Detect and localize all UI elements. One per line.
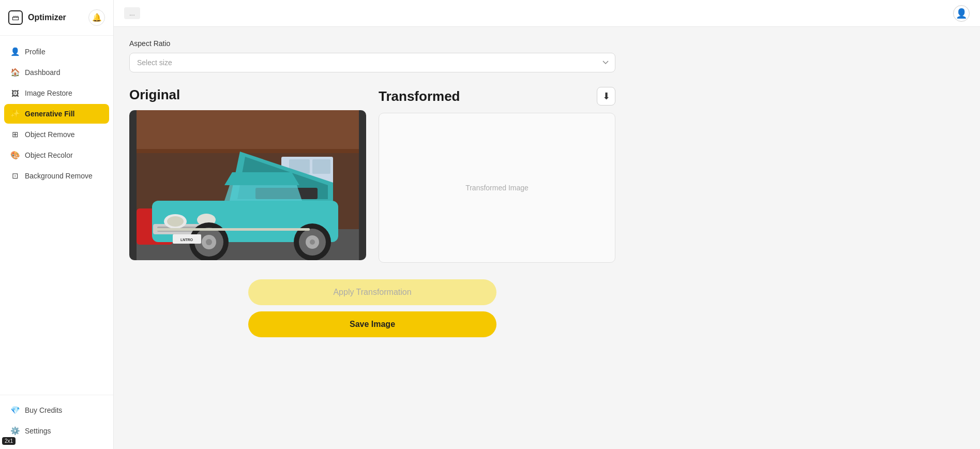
svg-rect-27	[155, 228, 310, 231]
original-title: Original	[129, 87, 180, 103]
original-panel: Original	[129, 87, 366, 263]
sidebar-item-dashboard[interactable]: 🏠 Dashboard	[4, 63, 109, 82]
profile-icon: 👤	[10, 47, 20, 56]
svg-point-17	[167, 216, 184, 227]
original-panel-header: Original	[129, 87, 366, 103]
sidebar: 🗃 Optimizer 🔔 👤 Profile 🏠 Dashboard 🖼 Im…	[0, 0, 114, 449]
object-recolor-icon: 🎨	[10, 151, 20, 160]
app-title: Optimizer	[28, 13, 66, 22]
sidebar-item-generative-fill[interactable]: ✨ Generative Fill	[4, 104, 109, 124]
user-profile-button[interactable]: 👤	[953, 5, 970, 22]
sidebar-item-label-background-remove: Background Remove	[25, 172, 93, 180]
svg-rect-2	[137, 149, 359, 153]
images-row: Original	[129, 87, 615, 263]
action-buttons: Apply Transformation Save Image	[129, 279, 615, 337]
version-badge: 2x1	[2, 437, 16, 445]
sidebar-item-label-buy-credits: Buy Credits	[25, 406, 62, 414]
breadcrumb: ...	[124, 7, 140, 19]
app-logo-icon: 🗃	[8, 10, 23, 25]
content-area: Aspect Ratio Select size 1:1 Square 16:9…	[114, 27, 980, 449]
dashboard-icon: 🏠	[10, 68, 20, 77]
generative-fill-icon: ✨	[10, 109, 20, 118]
svg-rect-1	[137, 110, 359, 152]
transformed-panel: Transformed ⬇ Transformed Image	[379, 87, 615, 263]
aspect-ratio-label: Aspect Ratio	[129, 39, 964, 48]
sidebar-header: 🗃 Optimizer 🔔	[0, 0, 113, 36]
svg-point-26	[310, 240, 315, 245]
original-car-image: LNTRO	[137, 110, 359, 260]
topbar-left: ...	[124, 7, 140, 19]
sidebar-item-profile[interactable]: 👤 Profile	[4, 42, 109, 62]
sidebar-item-buy-credits[interactable]: 💎 Buy Credits	[4, 400, 109, 420]
svg-point-22	[206, 239, 212, 245]
sidebar-item-label-image-restore: Image Restore	[25, 89, 72, 97]
buy-credits-icon: 💎	[10, 406, 20, 415]
transformed-image-container: Transformed Image	[379, 113, 615, 263]
sidebar-item-label-profile: Profile	[25, 48, 46, 56]
sidebar-item-label-object-recolor: Object Recolor	[25, 151, 73, 159]
sidebar-item-label-object-remove: Object Remove	[25, 130, 74, 139]
topbar: ... 👤	[114, 0, 980, 27]
svg-rect-5	[312, 159, 330, 174]
svg-marker-13	[224, 172, 299, 185]
sidebar-item-image-restore[interactable]: 🖼 Image Restore	[4, 83, 109, 103]
background-remove-icon: ⊡	[10, 171, 20, 181]
svg-marker-12	[224, 185, 302, 201]
original-image-container: LNTRO	[129, 110, 366, 260]
sidebar-item-label-generative-fill: Generative Fill	[25, 110, 74, 118]
sidebar-bottom: 💎 Buy Credits ⚙️ Settings	[0, 395, 113, 449]
sidebar-nav: 👤 Profile 🏠 Dashboard 🖼 Image Restore ✨ …	[0, 36, 113, 395]
save-image-button[interactable]: Save Image	[248, 311, 496, 337]
sidebar-item-settings[interactable]: ⚙️ Settings	[4, 421, 109, 441]
transformed-title: Transformed	[379, 88, 460, 104]
sidebar-item-object-remove[interactable]: ⊞ Object Remove	[4, 125, 109, 144]
image-restore-icon: 🖼	[10, 88, 20, 98]
notification-bell-button[interactable]: 🔔	[88, 9, 105, 26]
main-content: ... 👤 Aspect Ratio Select size 1:1 Squar…	[114, 0, 980, 449]
sidebar-item-background-remove[interactable]: ⊡ Background Remove	[4, 166, 109, 186]
transformed-placeholder-text: Transformed Image	[465, 184, 529, 192]
transformed-panel-header: Transformed ⬇	[379, 87, 615, 106]
settings-icon: ⚙️	[10, 426, 20, 436]
sidebar-item-label-dashboard: Dashboard	[25, 68, 61, 77]
object-remove-icon: ⊞	[10, 130, 20, 139]
sidebar-item-object-recolor[interactable]: 🎨 Object Recolor	[4, 145, 109, 165]
aspect-ratio-select[interactable]: Select size 1:1 Square 16:9 Widescreen 4…	[129, 53, 615, 72]
download-button[interactable]: ⬇	[597, 87, 615, 106]
sidebar-item-label-settings: Settings	[25, 427, 51, 435]
apply-transformation-button[interactable]: Apply Transformation	[248, 279, 496, 305]
svg-text:LNTRO: LNTRO	[180, 238, 193, 242]
